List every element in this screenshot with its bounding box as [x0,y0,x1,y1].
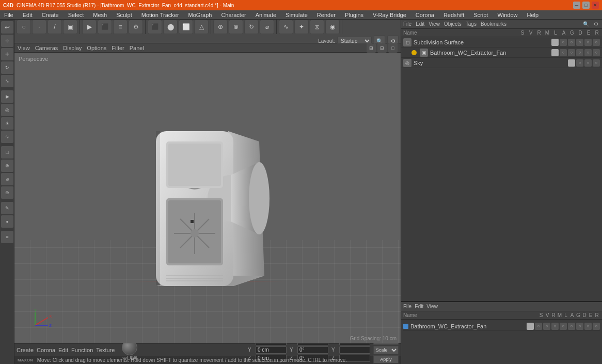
mat-menu-function[interactable]: Function [71,347,93,353]
attr-vis-btn-1[interactable]: ● [527,323,534,330]
rot-y-input[interactable] [297,346,328,354]
obj-vis-fan-btn-3[interactable]: ○ [568,49,575,56]
vp-menu-filter[interactable]: Filter [112,45,124,51]
vp-menu-panel[interactable]: Panel [130,45,144,51]
om-menu-objects[interactable]: Objects [444,21,462,27]
om-search-icon[interactable]: 🔍 [582,20,590,28]
vp-toggle2[interactable]: ⊟ [377,43,387,53]
mat-menu-corona[interactable]: Corona [37,347,55,353]
menu-create[interactable]: Create [40,12,61,18]
obj-vis-fan-btn-5[interactable]: ○ [584,49,592,56]
menu-character[interactable]: Character [219,12,248,18]
param-obj-tool[interactable]: □ [1,146,13,159]
extrude-btn[interactable]: ⊕ [213,20,228,34]
menu-plugins[interactable]: Plugins [343,12,366,18]
obj-vis-btn-4[interactable]: ○ [576,39,583,46]
obj-vis-btn-2[interactable]: ○ [560,39,567,46]
poly-mode-btn[interactable]: ▣ [63,20,77,34]
om-menu-edit[interactable]: Edit [416,21,424,27]
obj-item-sky[interactable]: ◎ Sky ● ○ ○ ○ [401,58,602,68]
bend-btn[interactable]: ∿ [279,20,293,34]
move-tool[interactable]: ✛ [1,48,13,60]
obj-mode-btn[interactable]: ○ [17,20,31,34]
sphere-btn[interactable]: ⬤ [163,20,178,34]
light-tool[interactable]: ☀ [1,117,13,130]
bulge-btn[interactable]: ◉ [325,20,340,34]
menu-select[interactable]: Select [66,12,86,18]
paint-tool2[interactable]: ✎ [1,202,13,214]
cylinder-btn[interactable]: ⬜ [179,20,193,34]
attr-vis-btn-4[interactable]: ○ [551,323,559,330]
obj-vis-fan-btn-1[interactable]: ● [551,49,559,56]
attr-vis-btn-8[interactable]: ○ [584,323,592,330]
vp-toggle1[interactable]: ⊞ [367,43,376,53]
render-settings-btn[interactable]: ⚙ [129,20,143,34]
apply-button[interactable]: Apply [373,355,399,363]
menu-animate[interactable]: Animate [254,12,278,18]
menu-edit[interactable]: Edit [21,12,35,18]
spline-tool[interactable]: ∿ [1,131,13,143]
rotate-tool[interactable]: ↻ [1,61,13,74]
menu-mesh[interactable]: Mesh [91,12,109,18]
obj-vis-btn-6[interactable]: ○ [593,39,600,46]
scale-dropdown[interactable]: Scale [373,346,399,354]
twist-btn[interactable]: ✦ [294,20,309,34]
attr-vis-btn-9[interactable]: ○ [593,323,600,330]
attr-menu-view[interactable]: View [426,304,438,309]
layer-tool2[interactable]: ≡ [1,231,13,243]
point-mode-btn[interactable]: · [32,20,46,34]
menu-vray[interactable]: V-Ray Bridge [371,12,408,18]
obj-vis-sky-btn-1[interactable]: ● [568,59,575,67]
menu-redshift[interactable]: Redshift [441,12,466,18]
deform-tool2[interactable]: ⌀ [1,173,13,185]
obj-vis-fan-btn-4[interactable]: ○ [576,49,583,56]
obj-vis-btn-5[interactable]: ○ [584,39,592,46]
size-y-input[interactable] [339,346,370,354]
obj-vis-btn-1[interactable]: ● [551,39,559,46]
nurbs-tool[interactable]: ⊗ [1,160,13,172]
obj-vis-sky-btn-4[interactable]: ○ [593,59,600,67]
obj-item-subdivision[interactable]: ◻ Subdivision Surface ● ○ ○ ○ ○ ○ [401,37,602,48]
cone-btn[interactable]: △ [194,20,209,34]
select-tool[interactable]: ⊹ [1,35,13,47]
menu-render[interactable]: Render [315,12,338,18]
obj-item-fan[interactable]: ▣ Bathroom_WC_Extractor_Fan ● ○ ○ ○ ○ ○ [401,48,602,58]
attr-vis-btn-6[interactable]: ○ [568,323,575,330]
om-menu-view[interactable]: View [429,21,440,27]
viewport-canvas[interactable]: Perspective [14,53,401,343]
camera-tool[interactable]: ◎ [1,104,13,116]
attr-menu-edit[interactable]: Edit [415,304,423,309]
menu-simulate[interactable]: Simulate [283,12,310,18]
obj-vis-sky-btn-2[interactable]: ○ [576,59,583,67]
om-settings-icon[interactable]: ⚙ [592,20,600,28]
vp-menu-cameras[interactable]: Cameras [35,45,58,51]
scene-obj-tool[interactable]: ⊕ [1,186,13,199]
obj-vis-fan-btn-2[interactable]: ○ [560,49,567,56]
attr-vis-btn-3[interactable]: ○ [543,323,550,330]
loft-btn[interactable]: ⌀ [260,20,274,34]
render-icon-tool[interactable]: ▶ [1,90,13,103]
vp-menu-view[interactable]: View [18,45,30,51]
menu-motion-tracker[interactable]: Motion Tracker [139,12,181,18]
cube-btn[interactable]: ⬛ [148,20,162,34]
om-menu-tags[interactable]: Tags [466,21,477,27]
vp-menu-options[interactable]: Options [87,45,106,51]
render-view-btn[interactable]: ▶ [82,20,97,34]
menu-file[interactable]: File [2,12,15,18]
title-bar-controls[interactable]: ─ □ ✕ [573,2,599,9]
obj-vis-btn-3[interactable]: ○ [568,39,575,46]
render-pict-btn[interactable]: ⬛ [98,20,112,34]
menu-mograph[interactable]: MoGraph [186,12,214,18]
om-menu-file[interactable]: File [403,21,411,27]
attr-selected-object-row[interactable]: Bathroom_WC_Extractor_Fan ● ○ ○ ○ ○ ○ ○ … [403,322,600,331]
close-button[interactable]: ✕ [592,2,599,9]
vp-maximize[interactable]: □ [388,43,398,53]
attr-menu-file[interactable]: File [403,304,411,309]
menu-sculpt[interactable]: Sculpt [114,12,134,18]
scale-tool[interactable]: ⤡ [1,75,13,87]
vp-menu-display[interactable]: Display [63,45,82,51]
lathe-btn[interactable]: ↻ [244,20,259,34]
attr-vis-btn-2[interactable]: ○ [535,323,542,330]
sweep-btn[interactable]: ⊗ [229,20,243,34]
attr-vis-btn-7[interactable]: ○ [576,323,583,330]
